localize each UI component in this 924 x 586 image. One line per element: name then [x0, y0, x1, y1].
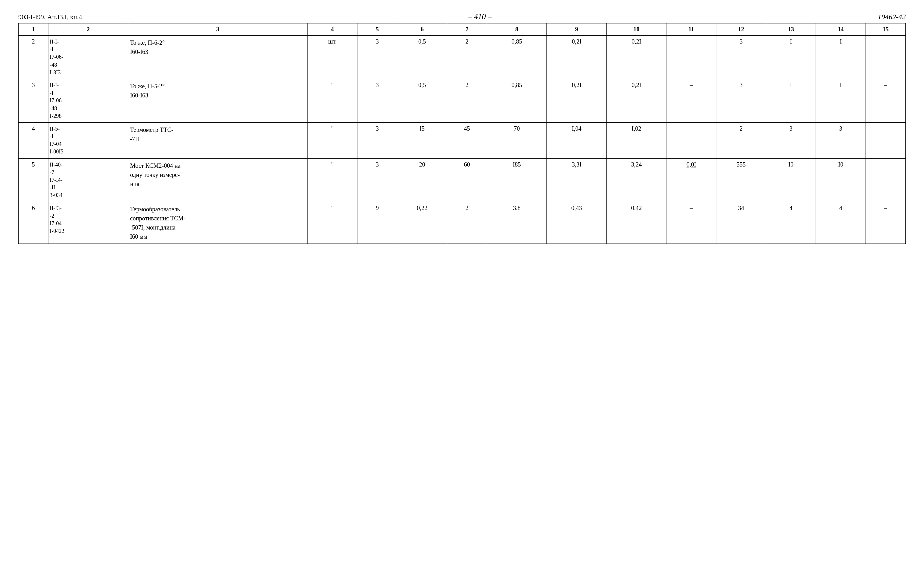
- cell-row3-col11: –: [667, 122, 716, 158]
- col-header-6: 6: [397, 23, 447, 36]
- col-header-11: 11: [667, 23, 716, 36]
- cell-row3-col10: I,02: [606, 122, 666, 158]
- cell-row4-col8: I85: [487, 158, 546, 202]
- cell-row3-col3: Термометр ТТС- -7II: [128, 122, 307, 158]
- col-header-9: 9: [547, 23, 606, 36]
- cell-row2-col4: ": [307, 79, 357, 122]
- cell-row1-col10: 0,2I: [606, 36, 666, 79]
- cell-row4-col1: 5: [18, 158, 48, 202]
- cell-row3-col5: 3: [357, 122, 397, 158]
- cell-row3-col7: 45: [447, 122, 487, 158]
- cell-row1-col6: 0,5: [397, 36, 447, 79]
- col-header-13: 13: [766, 23, 816, 36]
- cell-row5-col15: –: [866, 202, 906, 244]
- cell-row5-col11: –: [667, 202, 716, 244]
- cell-row4-col6: 20: [397, 158, 447, 202]
- cell-row4-col2: II-40- -7 I7-I4- -II 3-034: [48, 158, 128, 202]
- table-header-row: 1 2 3 4 5 6 7 8 9 10 11 12 13 14 15: [18, 23, 906, 36]
- cell-row5-col12: 34: [716, 202, 766, 244]
- cell-row2-col1: 3: [18, 79, 48, 122]
- cell-row5-col10: 0,42: [606, 202, 666, 244]
- cell-row4-col13: I0: [766, 158, 816, 202]
- header-center: – 410 –: [468, 12, 492, 21]
- cell-row5-col1: 6: [18, 202, 48, 244]
- cell-row2-col12: 3: [716, 79, 766, 122]
- cell-row1-col14: I: [816, 36, 866, 79]
- cell-row4-col5: 3: [357, 158, 397, 202]
- table-row: 5II-40- -7 I7-I4- -II 3-034Мост КСМ2-004…: [18, 158, 906, 202]
- col-header-8: 8: [487, 23, 546, 36]
- cell-row3-col15: –: [866, 122, 906, 158]
- cell-row3-col8: 70: [487, 122, 546, 158]
- cell-row2-col6: 0,5: [397, 79, 447, 122]
- col-header-3: 3: [128, 23, 307, 36]
- cell-row2-col9: 0,2I: [547, 79, 606, 122]
- main-table: 1 2 3 4 5 6 7 8 9 10 11 12 13 14 15 2II-…: [18, 23, 906, 244]
- cell-row5-col5: 9: [357, 202, 397, 244]
- cell-row2-col13: I: [766, 79, 816, 122]
- page-header: 903-I-I99. Ан.I3.I, кн.4 – 410 – 19462-4…: [18, 12, 906, 21]
- cell-row4-col7: 60: [447, 158, 487, 202]
- cell-row4-col10: 3,24: [606, 158, 666, 202]
- table-row: 4II-5- -I I7-04 I-00I5Термометр ТТС- -7I…: [18, 122, 906, 158]
- table-row: 6II-I3- -2 I7-04 I-0422Термообразователь…: [18, 202, 906, 244]
- cell-row2-col3: То же, П-5-2° I60-I63: [128, 79, 307, 122]
- cell-row5-col7: 2: [447, 202, 487, 244]
- cell-row3-col14: 3: [816, 122, 866, 158]
- cell-row1-col15: –: [866, 36, 906, 79]
- cell-row1-col13: I: [766, 36, 816, 79]
- header-right: 19462-42: [878, 13, 906, 21]
- col-header-7: 7: [447, 23, 487, 36]
- cell-row2-col15: –: [866, 79, 906, 122]
- cell-row2-col7: 2: [447, 79, 487, 122]
- cell-row1-col11: –: [667, 36, 716, 79]
- table-row: 3II-I- -I I7-06- -48 I-298То же, П-5-2° …: [18, 79, 906, 122]
- cell-row5-col14: 4: [816, 202, 866, 244]
- cell-row3-col6: I5: [397, 122, 447, 158]
- cell-row1-col2: II-I- -I I7-06- -48 I-3I3: [48, 36, 128, 79]
- cell-row1-col3: То же, П-6-2° I60-I63: [128, 36, 307, 79]
- col-header-14: 14: [816, 23, 866, 36]
- cell-row1-col5: 3: [357, 36, 397, 79]
- cell-row3-col1: 4: [18, 122, 48, 158]
- header-left: 903-I-I99. Ан.I3.I, кн.4: [18, 13, 82, 21]
- cell-row5-col2: II-I3- -2 I7-04 I-0422: [48, 202, 128, 244]
- col-header-10: 10: [606, 23, 666, 36]
- cell-row2-col14: I: [816, 79, 866, 122]
- cell-row3-col13: 3: [766, 122, 816, 158]
- cell-row3-col2: II-5- -I I7-04 I-00I5: [48, 122, 128, 158]
- col-header-5: 5: [357, 23, 397, 36]
- cell-row1-col1: 2: [18, 36, 48, 79]
- cell-row5-col4: ": [307, 202, 357, 244]
- cell-row4-col14: I0: [816, 158, 866, 202]
- cell-row5-col13: 4: [766, 202, 816, 244]
- col-header-12: 12: [716, 23, 766, 36]
- cell-row2-col11: –: [667, 79, 716, 122]
- cell-row4-col11: 0,0I–: [667, 158, 716, 202]
- col-header-2: 2: [48, 23, 128, 36]
- cell-row4-col9: 3,3I: [547, 158, 606, 202]
- cell-row4-col15: –: [866, 158, 906, 202]
- cell-row5-col6: 0,22: [397, 202, 447, 244]
- cell-row3-col4: ": [307, 122, 357, 158]
- cell-row2-col5: 3: [357, 79, 397, 122]
- cell-row4-col3: Мост КСМ2-004 на одну точку измере- ния: [128, 158, 307, 202]
- cell-row2-col10: 0,2I: [606, 79, 666, 122]
- cell-row1-col12: 3: [716, 36, 766, 79]
- cell-row1-col9: 0,2I: [547, 36, 606, 79]
- cell-row1-col7: 2: [447, 36, 487, 79]
- cell-row5-col3: Термообразователь сопротивления ТСМ- -50…: [128, 202, 307, 244]
- col-header-4: 4: [307, 23, 357, 36]
- cell-row1-col4: шт.: [307, 36, 357, 79]
- cell-row2-col2: II-I- -I I7-06- -48 I-298: [48, 79, 128, 122]
- col-header-15: 15: [866, 23, 906, 36]
- cell-row4-col12: 555: [716, 158, 766, 202]
- cell-row2-col8: 0,85: [487, 79, 546, 122]
- col-header-1: 1: [18, 23, 48, 36]
- cell-row5-col8: 3,8: [487, 202, 546, 244]
- cell-row3-col12: 2: [716, 122, 766, 158]
- cell-row4-col4: ": [307, 158, 357, 202]
- cell-row5-col9: 0,43: [547, 202, 606, 244]
- cell-row1-col8: 0,85: [487, 36, 546, 79]
- cell-row3-col9: I,04: [547, 122, 606, 158]
